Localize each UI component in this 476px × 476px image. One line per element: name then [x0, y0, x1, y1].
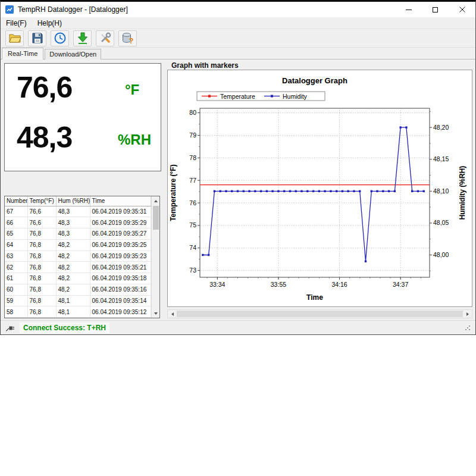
- arrow-left-icon: [171, 312, 174, 316]
- maximize-button[interactable]: [422, 2, 449, 17]
- table-cell: 06.04.2019 09:35:27: [90, 228, 151, 240]
- table-cell: 06.04.2019 09:35:23: [90, 250, 151, 262]
- svg-text:73: 73: [189, 267, 196, 274]
- arrow-up-icon: [154, 200, 158, 202]
- table-header-row: NumberTemp(°F)Hum (%RH)Time: [5, 196, 151, 206]
- table-cell: 76,8: [27, 250, 56, 262]
- resize-grip[interactable]: [465, 325, 471, 331]
- menu-file[interactable]: File(F): [1, 18, 32, 28]
- table-cell: 76,8: [27, 228, 56, 240]
- realtime-tab-page: 76,6 °F 48,3 %RH NumberTemp(°F)Hum (%RH)…: [1, 59, 475, 320]
- table-cell: 06.04.2019 09:35:21: [90, 262, 151, 273]
- minimize-button[interactable]: [395, 2, 422, 17]
- table-cell: 76,8: [27, 284, 56, 295]
- scroll-left-button[interactable]: [168, 310, 177, 318]
- table-cell: 64: [5, 239, 27, 250]
- table-cell: 58: [5, 306, 27, 318]
- save-floppy-icon: [31, 32, 44, 45]
- table-cell: 59: [5, 295, 27, 306]
- svg-text:Humidity (%RH): Humidity (%RH): [458, 166, 466, 220]
- svg-text:48,05: 48,05: [433, 219, 449, 226]
- table-row[interactable]: 6676,648,306.04.2019 09:35:29: [5, 217, 151, 228]
- window-title: TempRH Datalogger - [Datalogger]: [18, 5, 128, 14]
- readings-table: NumberTemp(°F)Hum (%RH)Time 6776,648,306…: [5, 196, 151, 318]
- open-file-button[interactable]: [5, 30, 24, 46]
- table-cell: 06.04.2019 09:35:18: [90, 273, 151, 284]
- table-cell: 48,1: [56, 306, 90, 318]
- open-folder-icon: [8, 32, 21, 45]
- table-row[interactable]: 6776,648,306.04.2019 09:35:31: [5, 206, 151, 217]
- svg-text:Datalogger Graph: Datalogger Graph: [282, 76, 347, 85]
- svg-text:34:37: 34:37: [393, 281, 408, 288]
- menu-help[interactable]: Help(H): [32, 18, 67, 28]
- svg-text:48,00: 48,00: [433, 251, 449, 258]
- table-cell: 48,3: [56, 206, 90, 217]
- table-row[interactable]: 5976,848,106.04.2019 09:35:14: [5, 295, 151, 306]
- horizontal-scrollbar-thumb[interactable]: [177, 311, 463, 317]
- download-data-button[interactable]: [73, 30, 92, 46]
- svg-text:48,10: 48,10: [433, 187, 449, 195]
- svg-text:77: 77: [189, 177, 196, 184]
- minimize-icon: [406, 10, 412, 10]
- table-cell: 76,8: [27, 262, 56, 273]
- table-vertical-scrollbar[interactable]: [151, 196, 160, 318]
- table-row[interactable]: 6176,848,206.04.2019 09:35:18: [5, 273, 151, 284]
- temperature-unit: °F: [125, 83, 139, 97]
- svg-text:Humidity: Humidity: [283, 93, 308, 100]
- chart-container: 737475767778798048,0048,0548,1048,1548,2…: [167, 70, 472, 307]
- table-row[interactable]: 5876,848,106.04.2019 09:35:12: [5, 306, 151, 318]
- humidity-value: 48,3: [17, 122, 72, 153]
- table-cell: 76,8: [27, 306, 56, 318]
- scroll-down-button[interactable]: [152, 309, 161, 318]
- table-cell: 76,8: [27, 239, 56, 250]
- tools-icon: [99, 32, 112, 45]
- table-cell: 65: [5, 228, 27, 240]
- read-logger-button[interactable]: ?: [118, 30, 137, 46]
- save-button[interactable]: [28, 30, 46, 46]
- table-row[interactable]: 6476,848,206.04.2019 09:35:25: [5, 239, 151, 250]
- table-row[interactable]: 6076,848,206.04.2019 09:35:16: [5, 284, 151, 295]
- column-header: Hum (%RH): [56, 196, 90, 206]
- arrow-right-icon: [466, 312, 469, 316]
- table-cell: 06.04.2019 09:35:12: [90, 306, 151, 318]
- vertical-scrollbar-thumb[interactable]: [153, 206, 159, 230]
- toolbar: ?: [1, 29, 475, 48]
- close-button[interactable]: [449, 2, 475, 17]
- window-controls: [395, 2, 475, 17]
- table-cell: 48,2: [56, 239, 90, 250]
- readings-table-body: 6776,648,306.04.2019 09:35:316676,648,30…: [5, 206, 151, 318]
- svg-text:75: 75: [189, 221, 196, 228]
- logger-time-setup-button[interactable]: [51, 30, 69, 46]
- table-cell: 48,2: [56, 273, 90, 284]
- table-row[interactable]: 6576,848,306.04.2019 09:35:27: [5, 228, 151, 240]
- app-icon: [5, 5, 14, 14]
- scroll-up-button[interactable]: [152, 196, 161, 205]
- table-cell: 06.04.2019 09:35:31: [90, 206, 151, 217]
- clock-icon: [54, 32, 67, 45]
- table-row[interactable]: 6376,848,206.04.2019 09:35:23: [5, 250, 151, 262]
- table-cell: 60: [5, 284, 27, 295]
- status-bar: Connect Success: T+RH: [1, 320, 475, 334]
- svg-text:74: 74: [189, 244, 196, 251]
- chart-horizontal-scrollbar[interactable]: [167, 309, 472, 318]
- table-cell: 48,1: [56, 295, 90, 306]
- table-cell: 48,3: [56, 217, 90, 228]
- table-cell: 48,2: [56, 262, 90, 273]
- svg-text:34:16: 34:16: [331, 281, 347, 288]
- tab-strip: Real-Time Download/Open: [1, 48, 475, 60]
- table-cell: 48,3: [56, 228, 90, 240]
- realtime-display: 76,6 °F 48,3 %RH: [4, 63, 161, 171]
- logger-settings-button[interactable]: [96, 30, 114, 46]
- arrow-down-icon: [154, 312, 158, 315]
- temperature-value: 76,6: [17, 72, 72, 103]
- table-cell: 76,8: [27, 295, 56, 306]
- scroll-right-button[interactable]: [463, 310, 472, 318]
- table-row[interactable]: 6276,848,206.04.2019 09:35:21: [5, 262, 151, 273]
- connection-status: Connect Success: T+RH: [20, 322, 109, 333]
- tab-download-open[interactable]: Download/Open: [45, 49, 101, 60]
- tab-real-time[interactable]: Real-Time: [2, 48, 43, 60]
- title-bar[interactable]: TempRH Datalogger - [Datalogger]: [1, 2, 475, 17]
- svg-text:?: ?: [129, 36, 133, 45]
- graph-panel-label: Graph with markers: [171, 61, 239, 70]
- table-cell: 06.04.2019 09:35:14: [90, 295, 151, 306]
